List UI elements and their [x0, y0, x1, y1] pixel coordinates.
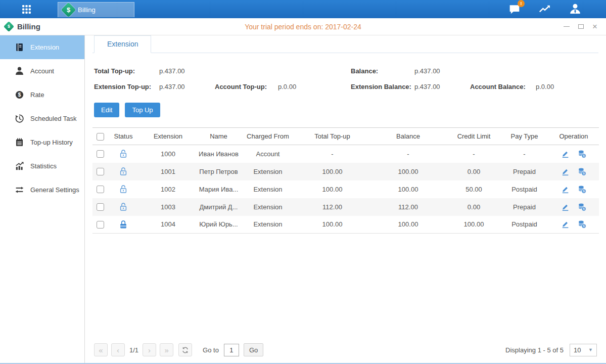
page-indicator: 1/1: [129, 346, 138, 354]
row-checkbox[interactable]: [97, 203, 104, 211]
unlocked-icon[interactable]: [119, 149, 128, 158]
tab-extension[interactable]: Extension: [94, 35, 151, 53]
person-icon: [15, 66, 24, 76]
account-balance-value: p.0.00: [536, 83, 554, 90]
close-icon[interactable]: ×: [591, 23, 599, 31]
row-checkbox[interactable]: [97, 186, 104, 193]
prev-page-button[interactable]: ‹: [111, 343, 125, 356]
user-account-icon[interactable]: [569, 3, 582, 16]
billing-summary: Total Top-up: p.437.00 Balance: p.437.00…: [92, 63, 598, 95]
sidebar-item-topup-history[interactable]: Top-up History: [0, 130, 84, 154]
edit-row-icon[interactable]: [561, 185, 570, 194]
page-size-select[interactable]: 10 ▼: [570, 344, 597, 356]
top-up-row-icon[interactable]: [578, 203, 586, 211]
unlocked-icon[interactable]: [119, 167, 128, 176]
prev-page-icon: ‹: [117, 346, 119, 354]
cell-extension: 1003: [139, 198, 197, 216]
history-clock-icon: [15, 114, 24, 123]
extension-topup-value: p.437.00: [159, 83, 215, 90]
cell-name: Юрий Юрь...: [197, 216, 240, 234]
maximize-icon[interactable]: [577, 23, 585, 31]
sidebar-item-general-settings[interactable]: General Settings: [0, 178, 84, 202]
sidebar-item-label: Statistics: [30, 162, 57, 170]
displaying-text: Displaying 1 - 5 of 5: [505, 346, 564, 354]
cell-total-topup: 100.00: [296, 163, 369, 180]
cell-name: Петр Петров: [197, 163, 240, 180]
go-button[interactable]: Go: [244, 343, 263, 356]
cell-balance: 100.00: [369, 163, 447, 180]
cell-credit-limit: 0.00: [447, 163, 500, 180]
last-page-button[interactable]: »: [160, 343, 173, 356]
goto-page-input[interactable]: [224, 344, 239, 356]
cell-balance: 100.00: [369, 216, 447, 234]
row-checkbox[interactable]: [97, 221, 104, 229]
first-page-icon: «: [99, 346, 103, 354]
top-up-row-icon[interactable]: [578, 167, 586, 176]
table-row: 1004 Юрий Юрь... Extension 100.00 100.00…: [92, 216, 599, 234]
cell-extension: 1004: [139, 216, 197, 234]
cell-total-topup: 112.00: [296, 198, 369, 216]
account-topup-label: Account Top-up:: [215, 83, 278, 90]
select-all-checkbox[interactable]: [97, 133, 104, 141]
bar-chart-icon: [15, 161, 24, 171]
top-up-row-icon[interactable]: [578, 185, 586, 194]
top-up-row-icon[interactable]: [578, 220, 586, 229]
resource-monitor-icon[interactable]: [538, 3, 551, 16]
page-size-value: 10: [574, 346, 581, 354]
pagination-bar: « ‹ 1/1 › » Go to Go Displaying 1 - 5 of…: [92, 339, 598, 363]
col-charged-from: Charged From: [240, 128, 296, 145]
sidebar-item-rate[interactable]: Rate: [0, 83, 84, 107]
table-row: 1001 Петр Петров Extension 100.00 100.00…: [92, 163, 599, 180]
top-up-button[interactable]: Top Up: [125, 103, 160, 117]
col-status: Status: [108, 128, 139, 145]
taskbar-app-tab-label: Billing: [78, 6, 96, 14]
sidebar-item-scheduled-task[interactable]: Scheduled Task: [0, 107, 84, 130]
cell-balance: -: [369, 145, 447, 163]
next-page-button[interactable]: ›: [143, 343, 156, 356]
table-row: 1002 Мария Ива... Extension 100.00 100.0…: [92, 180, 599, 198]
trial-notice: Your trial period ends on: 2017-02-24: [0, 23, 606, 31]
cell-pay-type: Prepaid: [500, 198, 548, 216]
sidebar-item-account[interactable]: Account: [0, 59, 84, 83]
taskbar-app-tab-billing[interactable]: $ Billing: [58, 2, 134, 17]
cell-total-topup: 100.00: [296, 180, 369, 198]
edit-row-icon[interactable]: [561, 220, 570, 229]
cell-name: Мария Ива...: [197, 180, 240, 198]
edit-button[interactable]: Edit: [94, 103, 119, 117]
row-checkbox[interactable]: [97, 150, 104, 158]
edit-row-icon[interactable]: [561, 150, 570, 158]
minimize-icon[interactable]: [563, 23, 571, 31]
window-titlebar: Your trial period ends on: 2017-02-24 $ …: [0, 18, 606, 35]
unlocked-icon[interactable]: [119, 202, 128, 211]
sidebar-item-statistics[interactable]: Statistics: [0, 154, 84, 178]
cell-balance: 112.00: [369, 198, 447, 216]
first-page-button[interactable]: «: [94, 343, 108, 356]
cell-charged-from: Extension: [240, 180, 296, 198]
balance-label: Balance:: [351, 67, 414, 75]
locked-icon[interactable]: [119, 220, 128, 229]
total-topup-value: p.437.00: [159, 67, 351, 75]
cell-pay-type: Postpaid: [500, 180, 548, 198]
chevron-down-icon: ▼: [588, 347, 593, 352]
extension-balance-value: p.437.00: [414, 83, 470, 90]
cell-charged-from: Extension: [240, 198, 296, 216]
refresh-button[interactable]: [178, 343, 192, 356]
billing-window-icon: $: [4, 21, 14, 32]
top-up-row-icon[interactable]: [578, 150, 586, 158]
row-checkbox[interactable]: [97, 168, 104, 175]
cell-charged-from: Extension: [240, 163, 296, 180]
extensions-table: Status Extension Name Charged From Total…: [92, 127, 599, 234]
table-row: 1003 Дмитрий Д... Extension 112.00 112.0…: [92, 198, 599, 216]
sidebar-item-extension[interactable]: Extension: [0, 35, 84, 59]
col-credit-limit: Credit Limit: [447, 128, 500, 145]
edit-row-icon[interactable]: [561, 167, 570, 176]
cell-credit-limit: 100.00: [447, 216, 500, 234]
cell-pay-type: Postpaid: [500, 216, 548, 234]
apps-grid-icon[interactable]: [17, 0, 35, 18]
taskbar: $ Billing !: [0, 0, 606, 18]
unlocked-icon[interactable]: [119, 185, 128, 194]
table-header-row: Status Extension Name Charged From Total…: [92, 128, 599, 145]
messages-icon[interactable]: !: [508, 3, 521, 16]
last-page-icon: »: [164, 346, 168, 354]
edit-row-icon[interactable]: [561, 203, 570, 211]
